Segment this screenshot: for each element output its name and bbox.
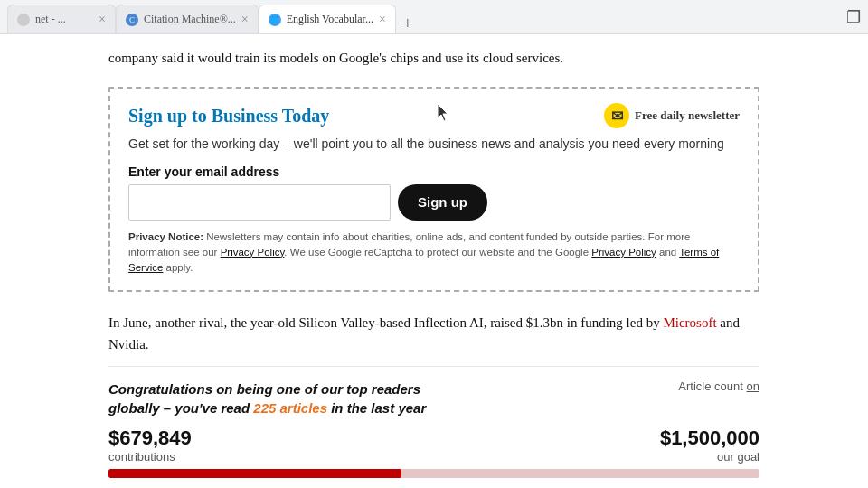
newsletter-title: Sign up to Business Today (128, 106, 329, 127)
tab-icon-net (17, 14, 30, 26)
browser-tabs: net - ... × C Citation Machine®... × 🌐 E… (7, 0, 416, 33)
amount-raised-group: $679,849 contributions (108, 427, 192, 464)
newsletter-badge: ✉ Free daily newsletter (604, 103, 740, 128)
privacy-text-3: and (656, 247, 679, 258)
amount-goal-group: $1,500,000 our goal (660, 427, 760, 464)
newsletter-form: Sign up (128, 184, 740, 221)
newsletter-badge-icon: ✉ (604, 103, 629, 128)
articles-count: 225 articles (253, 400, 327, 416)
privacy-link-1[interactable]: Privacy Policy (221, 247, 285, 258)
tab-icon-vocabulary: 🌐 (269, 14, 281, 26)
signup-button[interactable]: Sign up (398, 184, 487, 221)
article-paragraph: In June, another rival, the year-old Sil… (108, 305, 760, 362)
privacy-notice: Privacy Notice: Newsletters may contain … (128, 230, 740, 277)
newsletter-header: Sign up to Business Today ✉ Free daily n… (128, 103, 740, 128)
amount-raised: $679,849 (108, 427, 192, 450)
tab-net[interactable]: net - ... × (7, 5, 116, 33)
tab-label-citation: Citation Machine®... (144, 13, 236, 26)
article-text-before: In June, another rival, the year-old Sil… (108, 315, 663, 330)
article-count-link[interactable]: on (747, 380, 760, 393)
window-action-button[interactable]: ❐ (846, 7, 861, 27)
progress-bar-fill (108, 469, 401, 478)
browser-bar: net - ... × C Citation Machine®... × 🌐 E… (0, 0, 868, 34)
page-content: company said it would train its models o… (0, 34, 868, 488)
email-input[interactable] (128, 184, 391, 221)
tab-label-net: net - ... (35, 13, 93, 26)
progress-title-suffix: in the last year (327, 400, 426, 416)
progress-amounts: $679,849 contributions $1,500,000 our go… (108, 427, 760, 464)
newsletter-box: Sign up to Business Today ✉ Free daily n… (108, 87, 760, 292)
privacy-text-2: . We use Google reCaptcha to protect our… (284, 247, 591, 258)
article-count-text: Article count (678, 380, 743, 393)
progress-title: Congratulations on being one of our top … (108, 380, 470, 418)
article-highlight: Microsoft (663, 315, 716, 330)
amount-goal: $1,500,000 (660, 427, 760, 450)
tab-label-vocabulary: English Vocabular... (287, 13, 373, 26)
newsletter-description: Get set for the working day – we'll poin… (128, 136, 740, 154)
tab-close-vocabulary[interactable]: × (379, 13, 386, 27)
contributions-label: contributions (108, 450, 192, 464)
newsletter-badge-emoji: ✉ (611, 108, 623, 125)
newsletter-title-highlight: Business Today (212, 106, 330, 126)
privacy-bold: Privacy Notice: (128, 231, 203, 242)
newsletter-badge-text: Free daily newsletter (635, 108, 740, 123)
progress-top: Congratulations on being one of our top … (108, 380, 760, 418)
privacy-text-4: apply. (163, 262, 193, 273)
newsletter-title-prefix: Sign up to (128, 106, 212, 126)
article-count-label: Article count on (678, 380, 760, 393)
privacy-link-2[interactable]: Privacy Policy (591, 247, 656, 258)
progress-bar-container (108, 469, 760, 478)
intro-paragraph: company said it would train its models o… (108, 34, 760, 78)
progress-section: Congratulations on being one of our top … (108, 366, 760, 488)
tab-citation[interactable]: C Citation Machine®... × (116, 5, 259, 33)
tab-close-net[interactable]: × (99, 13, 106, 27)
newsletter-email-label: Enter your email address (128, 164, 740, 179)
tab-close-citation[interactable]: × (241, 13, 249, 27)
tab-icon-citation: C (126, 14, 138, 26)
new-tab-button[interactable]: + (400, 14, 416, 33)
goal-label: our goal (660, 450, 760, 464)
tab-vocabulary[interactable]: 🌐 English Vocabular... × (259, 5, 396, 33)
